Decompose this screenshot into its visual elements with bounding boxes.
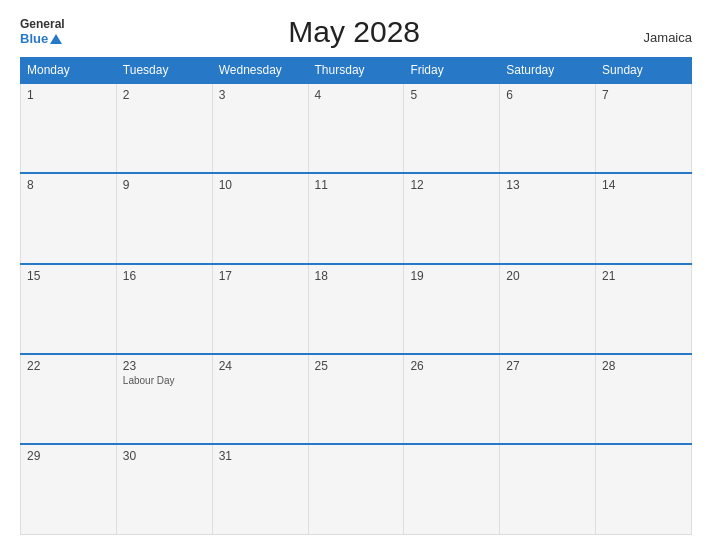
calendar-cell: 16	[116, 264, 212, 354]
day-number: 31	[219, 449, 302, 463]
col-header-thursday: Thursday	[308, 58, 404, 84]
calendar-cell	[596, 444, 692, 534]
calendar-cell: 24	[212, 354, 308, 444]
day-number: 13	[506, 178, 589, 192]
day-number: 19	[410, 269, 493, 283]
col-header-monday: Monday	[21, 58, 117, 84]
calendar-cell: 4	[308, 83, 404, 173]
calendar-week-row: 1234567	[21, 83, 692, 173]
calendar-cell: 6	[500, 83, 596, 173]
holiday-label: Labour Day	[123, 375, 206, 386]
calendar-cell: 7	[596, 83, 692, 173]
day-number: 22	[27, 359, 110, 373]
calendar-cell: 17	[212, 264, 308, 354]
day-number: 2	[123, 88, 206, 102]
calendar-cell: 18	[308, 264, 404, 354]
calendar-cell: 1	[21, 83, 117, 173]
calendar-cell: 19	[404, 264, 500, 354]
calendar-table: MondayTuesdayWednesdayThursdayFridaySatu…	[20, 57, 692, 535]
calendar-cell	[404, 444, 500, 534]
calendar-cell: 15	[21, 264, 117, 354]
logo-triangle-icon	[50, 34, 62, 44]
day-number: 4	[315, 88, 398, 102]
col-header-tuesday: Tuesday	[116, 58, 212, 84]
calendar-cell: 31	[212, 444, 308, 534]
calendar-cell: 9	[116, 173, 212, 263]
day-number: 12	[410, 178, 493, 192]
logo-blue-text: Blue	[20, 31, 65, 47]
day-number: 7	[602, 88, 685, 102]
header: General Blue May 2028 Jamaica	[20, 15, 692, 49]
day-number: 9	[123, 178, 206, 192]
calendar-cell: 8	[21, 173, 117, 263]
calendar-cell: 14	[596, 173, 692, 263]
day-number: 16	[123, 269, 206, 283]
calendar-cell: 30	[116, 444, 212, 534]
day-number: 27	[506, 359, 589, 373]
col-header-sunday: Sunday	[596, 58, 692, 84]
calendar-header-row: MondayTuesdayWednesdayThursdayFridaySatu…	[21, 58, 692, 84]
day-number: 24	[219, 359, 302, 373]
calendar-cell: 13	[500, 173, 596, 263]
calendar-week-row: 891011121314	[21, 173, 692, 263]
day-number: 28	[602, 359, 685, 373]
calendar-cell: 5	[404, 83, 500, 173]
day-number: 8	[27, 178, 110, 192]
col-header-wednesday: Wednesday	[212, 58, 308, 84]
calendar-cell: 20	[500, 264, 596, 354]
calendar-cell: 28	[596, 354, 692, 444]
calendar-week-row: 293031	[21, 444, 692, 534]
calendar-cell: 12	[404, 173, 500, 263]
day-number: 26	[410, 359, 493, 373]
calendar-week-row: 15161718192021	[21, 264, 692, 354]
day-number: 3	[219, 88, 302, 102]
day-number: 1	[27, 88, 110, 102]
day-number: 11	[315, 178, 398, 192]
calendar-cell: 21	[596, 264, 692, 354]
calendar-cell: 2	[116, 83, 212, 173]
logo-general-text: General	[20, 17, 65, 31]
calendar-cell: 23Labour Day	[116, 354, 212, 444]
logo: General Blue	[20, 17, 65, 47]
col-header-saturday: Saturday	[500, 58, 596, 84]
day-number: 21	[602, 269, 685, 283]
calendar-cell: 25	[308, 354, 404, 444]
day-number: 17	[219, 269, 302, 283]
calendar-cell	[500, 444, 596, 534]
calendar-cell: 11	[308, 173, 404, 263]
day-number: 6	[506, 88, 589, 102]
day-number: 30	[123, 449, 206, 463]
day-number: 15	[27, 269, 110, 283]
day-number: 20	[506, 269, 589, 283]
day-number: 5	[410, 88, 493, 102]
day-number: 23	[123, 359, 206, 373]
day-number: 25	[315, 359, 398, 373]
day-number: 29	[27, 449, 110, 463]
calendar-week-row: 2223Labour Day2425262728	[21, 354, 692, 444]
country-label: Jamaica	[644, 30, 692, 49]
calendar-cell: 29	[21, 444, 117, 534]
calendar-cell: 22	[21, 354, 117, 444]
col-header-friday: Friday	[404, 58, 500, 84]
day-number: 18	[315, 269, 398, 283]
day-number: 10	[219, 178, 302, 192]
calendar-cell: 10	[212, 173, 308, 263]
calendar-cell: 3	[212, 83, 308, 173]
calendar-cell: 27	[500, 354, 596, 444]
calendar-cell: 26	[404, 354, 500, 444]
day-number: 14	[602, 178, 685, 192]
calendar-cell	[308, 444, 404, 534]
calendar-title: May 2028	[65, 15, 644, 49]
